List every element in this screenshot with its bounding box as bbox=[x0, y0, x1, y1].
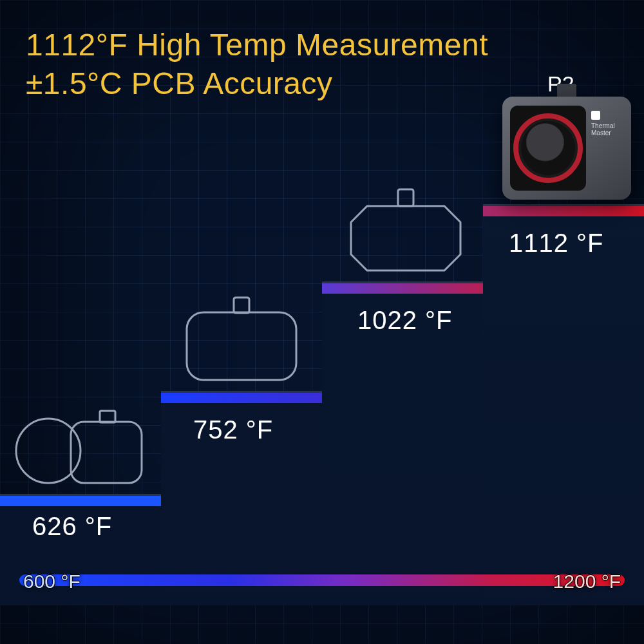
camera-outline-icon bbox=[177, 290, 306, 386]
step-3-value: 1022 °F bbox=[357, 306, 453, 335]
p2-product-icon: Thermal Master bbox=[502, 97, 631, 200]
lens-plate-icon bbox=[510, 106, 586, 191]
step-4-bar bbox=[483, 204, 644, 605]
usb-c-plug-icon bbox=[557, 84, 576, 98]
camera-outline-icon bbox=[13, 399, 148, 489]
svg-rect-2 bbox=[100, 411, 115, 422]
step-2-value: 752 °F bbox=[193, 415, 273, 444]
scale-max-label: 1200 °F bbox=[553, 571, 621, 592]
step-4-fill bbox=[483, 206, 644, 216]
svg-rect-5 bbox=[398, 189, 413, 206]
brand-mark-icon bbox=[591, 111, 600, 120]
scale-gradient-bar bbox=[19, 574, 625, 586]
svg-rect-4 bbox=[234, 298, 249, 313]
headline-line1: 1112°F High Temp Measurement bbox=[26, 28, 488, 62]
lens-ring-icon bbox=[513, 113, 583, 183]
brand-label: Thermal Master bbox=[591, 111, 623, 137]
step-4-value: 1112 °F bbox=[509, 229, 604, 258]
step-chart: 626 °F 752 °F 1022 °F 1112 °F P2 bbox=[0, 103, 644, 605]
step-2-fill bbox=[161, 393, 322, 403]
headline: 1112°F High Temp Measurement ±1.5°C PCB … bbox=[26, 26, 618, 103]
step-1-value: 626 °F bbox=[32, 512, 112, 541]
step-1-fill bbox=[0, 496, 161, 506]
svg-rect-3 bbox=[187, 312, 296, 380]
svg-rect-1 bbox=[71, 422, 142, 483]
camera-outline-icon bbox=[341, 180, 470, 277]
step-3-fill bbox=[322, 283, 483, 294]
headline-line2: ±1.5°C PCB Accuracy bbox=[26, 66, 333, 100]
brand-text: Thermal Master bbox=[591, 122, 615, 137]
chart-stage: 1112°F High Temp Measurement ±1.5°C PCB … bbox=[0, 0, 644, 644]
temperature-scale: 600 °F 1200 °F bbox=[19, 568, 625, 605]
scale-min-label: 600 °F bbox=[23, 571, 80, 592]
camera-body-icon: Thermal Master bbox=[502, 97, 631, 200]
